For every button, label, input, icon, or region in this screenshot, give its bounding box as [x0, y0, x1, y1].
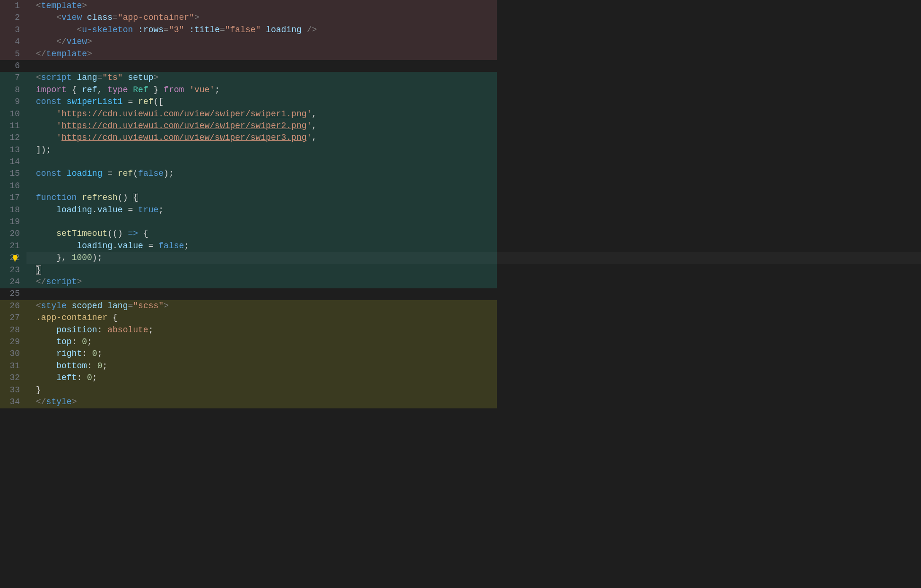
- code-line[interactable]: </style>: [26, 396, 921, 408]
- code-line[interactable]: [26, 156, 921, 168]
- code-line[interactable]: import { ref, type Ref } from 'vue';: [26, 84, 921, 96]
- token: 1000: [72, 253, 92, 262]
- line-number: 21: [0, 240, 20, 252]
- code-line[interactable]: loading.value = true;: [26, 204, 921, 216]
- token: ': [56, 109, 61, 119]
- token: >: [87, 49, 92, 59]
- line-number: 15: [0, 168, 20, 180]
- token: [36, 109, 56, 119]
- line-number: 24: [0, 276, 20, 288]
- token: 0: [87, 373, 92, 382]
- token: [61, 169, 67, 178]
- token: [36, 121, 56, 130]
- code-line[interactable]: </template>: [26, 48, 921, 60]
- token: =: [164, 25, 169, 35]
- token: >: [194, 13, 200, 22]
- line-number-gutter: 1234567891011121314151617181920212223242…: [0, 0, 26, 588]
- token: ': [56, 121, 61, 130]
- code-line[interactable]: [26, 60, 921, 72]
- token: ;: [184, 241, 189, 251]
- line-number: 7: [0, 72, 20, 84]
- token: .: [92, 205, 97, 215]
- token: >: [82, 1, 87, 10]
- line-number: 4: [0, 36, 20, 48]
- token: [67, 301, 72, 311]
- token: />: [307, 25, 317, 35]
- code-line[interactable]: <style scoped lang="scss">: [26, 300, 921, 312]
- code-line[interactable]: ]);: [26, 144, 921, 156]
- token: 0: [92, 349, 97, 358]
- code-line[interactable]: <script lang="ts" setup>: [26, 72, 921, 84]
- code-line[interactable]: <template>: [26, 0, 921, 12]
- code-line[interactable]: </view>: [26, 36, 921, 48]
- token: import: [36, 85, 67, 95]
- token: >: [164, 301, 169, 311]
- token: https://cdn.uviewui.com/uview/swiper/swi…: [61, 133, 306, 142]
- token: ref: [118, 169, 133, 178]
- code-line[interactable]: </script>: [26, 276, 921, 288]
- code-line[interactable]: [26, 288, 921, 300]
- token: :: [87, 361, 97, 371]
- code-line[interactable]: loading.value = false;: [26, 240, 921, 252]
- token: "scss": [133, 301, 164, 311]
- line-number: 5: [0, 48, 20, 60]
- code-line[interactable]: const swiperList1 = ref([: [26, 96, 921, 108]
- line-number: 34: [0, 396, 20, 408]
- token: https://cdn.uviewui.com/uview/swiper/swi…: [61, 109, 306, 119]
- code-line[interactable]: }: [26, 264, 921, 276]
- code-line[interactable]: left: 0;: [26, 372, 921, 384]
- token: https://cdn.uviewui.com/uview/swiper/swi…: [61, 121, 306, 130]
- code-line[interactable]: bottom: 0;: [26, 360, 921, 372]
- code-line[interactable]: [26, 180, 921, 192]
- line-number: 25: [0, 288, 20, 300]
- line-number: 16: [0, 180, 20, 192]
- token: =: [128, 205, 138, 215]
- token: [36, 253, 56, 262]
- code-line[interactable]: top: 0;: [26, 336, 921, 348]
- token: view: [61, 13, 82, 22]
- token: "false": [225, 25, 261, 35]
- code-line[interactable]: .app-container {: [26, 312, 921, 324]
- line-number: 13: [0, 144, 20, 156]
- token: [143, 241, 148, 251]
- token: ref: [138, 97, 153, 106]
- token: [36, 373, 56, 382]
- token: <: [36, 1, 41, 10]
- line-number: 31: [0, 360, 20, 372]
- line-number: 23: [0, 264, 20, 276]
- code-line[interactable]: position: absolute;: [26, 324, 921, 336]
- token: absolute: [107, 325, 148, 335]
- code-editor[interactable]: 1234567891011121314151617181920212223242…: [0, 0, 921, 588]
- code-line[interactable]: }: [26, 384, 921, 396]
- code-line[interactable]: 'https://cdn.uviewui.com/uview/swiper/sw…: [26, 120, 921, 132]
- token: </: [36, 397, 46, 406]
- token: <: [36, 73, 41, 82]
- token: loading: [56, 205, 92, 215]
- token: ,: [312, 133, 317, 142]
- code-line[interactable]: 'https://cdn.uviewui.com/uview/swiper/sw…: [26, 132, 921, 144]
- code-line[interactable]: right: 0;: [26, 348, 921, 360]
- code-line[interactable]: setTimeout(() => {: [26, 228, 921, 240]
- code-line[interactable]: [26, 216, 921, 228]
- token: [261, 25, 266, 35]
- token: :: [97, 325, 108, 335]
- token: :title: [189, 25, 220, 35]
- code-line[interactable]: function refresh() {: [26, 192, 921, 204]
- token: =: [113, 13, 118, 22]
- code-line[interactable]: <u-skeleton :rows="3" :title="false" loa…: [26, 24, 921, 36]
- token: );: [92, 253, 103, 262]
- line-number: 1: [0, 0, 20, 12]
- lightbulb-icon[interactable]: [11, 254, 19, 261]
- code-line[interactable]: }, 1000);: [26, 252, 921, 264]
- code-line[interactable]: 'https://cdn.uviewui.com/uview/swiper/sw…: [26, 108, 921, 120]
- code-line[interactable]: <view class="app-container">: [26, 12, 921, 24]
- token: [123, 73, 128, 82]
- code-area[interactable]: <template> <view class="app-container"> …: [26, 0, 921, 588]
- token: style: [41, 301, 67, 311]
- code-line[interactable]: const loading = ref(false);: [26, 168, 921, 180]
- line-number: 9: [0, 96, 20, 108]
- token: type: [107, 85, 128, 95]
- token: value: [97, 205, 123, 215]
- token: >: [154, 73, 159, 82]
- token: ,: [312, 121, 317, 130]
